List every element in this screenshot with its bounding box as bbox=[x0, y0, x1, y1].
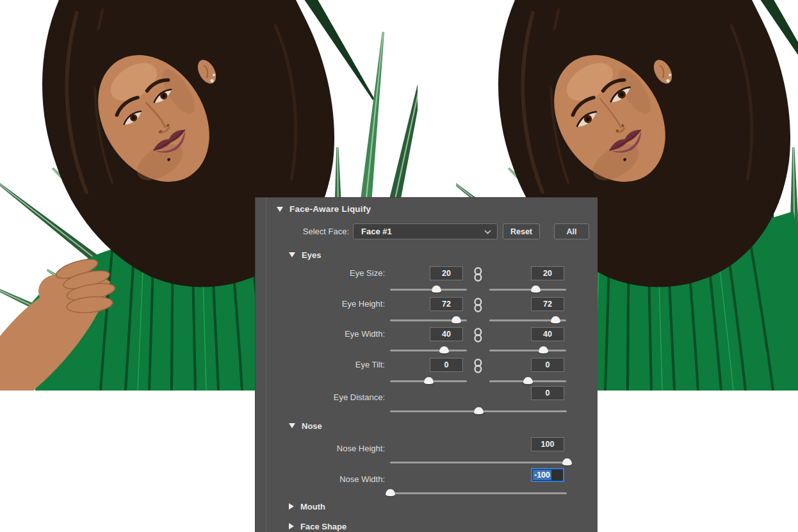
eye-height-right-input[interactable]: 72 bbox=[531, 297, 564, 311]
nose-width-row: Nose Width: -100 bbox=[256, 468, 598, 499]
face-select-dropdown[interactable]: Face #1 bbox=[353, 223, 498, 239]
link-icon[interactable] bbox=[474, 359, 482, 373]
link-icon[interactable] bbox=[474, 298, 482, 312]
eye-distance-input[interactable]: 0 bbox=[531, 386, 564, 400]
eye-height-right-slider[interactable] bbox=[489, 316, 566, 324]
nose-width-slider[interactable] bbox=[390, 489, 567, 497]
eye-height-row: Eye Height: 72 72 bbox=[256, 297, 598, 328]
slider-thumb[interactable] bbox=[539, 346, 548, 353]
eye-width-left-slider[interactable] bbox=[390, 346, 467, 354]
face-select-value: Face #1 bbox=[354, 227, 392, 236]
eye-size-row: Eye Size: 20 20 bbox=[256, 266, 598, 297]
eye-tilt-left-slider[interactable] bbox=[390, 377, 467, 385]
slider-thumb[interactable] bbox=[531, 286, 541, 293]
slider-thumb[interactable] bbox=[386, 489, 395, 496]
section-mouth-label: Mouth bbox=[300, 502, 325, 512]
nose-height-input[interactable]: 100 bbox=[531, 437, 564, 451]
select-face-row: Select Face: Face #1 Reset All bbox=[256, 223, 598, 240]
eye-distance-label: Eye Distance: bbox=[256, 392, 385, 402]
value-text: 72 bbox=[543, 300, 552, 309]
value-text: 40 bbox=[543, 330, 552, 339]
slider-track bbox=[390, 492, 567, 494]
nose-width-label: Nose Width: bbox=[256, 474, 385, 484]
slider-thumb[interactable] bbox=[452, 316, 461, 323]
slider-track bbox=[489, 289, 566, 291]
eye-width-right-slider[interactable] bbox=[489, 346, 566, 354]
chevron-down-icon bbox=[484, 230, 491, 234]
eye-size-left-input[interactable]: 20 bbox=[430, 266, 463, 280]
mouth-triangle-icon bbox=[289, 503, 294, 510]
screenshot-root: { "panel": { "title": "Face-Aware Liquif… bbox=[0, 0, 798, 532]
collapse-triangle-icon bbox=[277, 207, 283, 212]
nose-triangle-icon bbox=[289, 423, 295, 428]
select-face-label: Select Face: bbox=[256, 227, 349, 236]
eye-height-left-input[interactable]: 72 bbox=[430, 297, 463, 311]
slider-thumb[interactable] bbox=[474, 407, 484, 414]
value-text: 100 bbox=[541, 440, 555, 449]
eye-tilt-row: Eye Tilt: 0 0 bbox=[256, 358, 598, 389]
nose-height-row: Nose Height: 100 bbox=[256, 437, 598, 468]
slider-track bbox=[390, 462, 567, 463]
nose-width-input[interactable]: -100 bbox=[531, 468, 564, 482]
value-text: 72 bbox=[442, 300, 451, 309]
section-mouth[interactable]: Mouth bbox=[289, 501, 325, 512]
eye-size-label: Eye Size: bbox=[256, 268, 385, 278]
slider-thumb[interactable] bbox=[551, 316, 560, 323]
value-text: 20 bbox=[543, 269, 552, 278]
slider-thumb[interactable] bbox=[562, 458, 572, 465]
eye-size-left-slider[interactable] bbox=[390, 286, 467, 293]
slider-track bbox=[390, 350, 467, 351]
value-text: 0 bbox=[444, 360, 449, 369]
eye-tilt-right-slider[interactable] bbox=[489, 377, 566, 385]
all-button[interactable]: All bbox=[554, 223, 589, 239]
panel-header[interactable]: Face-Aware Liquify bbox=[277, 204, 371, 214]
nose-height-label: Nose Height: bbox=[256, 444, 385, 453]
value-text: 0 bbox=[546, 389, 550, 398]
slider-track bbox=[489, 350, 566, 351]
section-eyes[interactable]: Eyes bbox=[289, 249, 321, 261]
slider-thumb[interactable] bbox=[432, 286, 441, 293]
eye-width-left-input[interactable]: 40 bbox=[430, 327, 463, 341]
eye-tilt-left-input[interactable]: 0 bbox=[430, 358, 463, 372]
face-shape-triangle-icon bbox=[289, 523, 294, 529]
link-icon[interactable] bbox=[474, 267, 482, 282]
eyes-triangle-icon bbox=[289, 252, 295, 257]
section-nose[interactable]: Nose bbox=[289, 420, 322, 431]
eye-width-right-input[interactable]: 40 bbox=[531, 327, 564, 341]
slider-thumb[interactable] bbox=[424, 377, 434, 384]
slider-thumb[interactable] bbox=[523, 377, 533, 384]
eye-width-label: Eye Width: bbox=[256, 329, 385, 339]
nose-height-slider[interactable] bbox=[390, 458, 567, 466]
eye-distance-row: Eye Distance: 0 bbox=[256, 386, 598, 417]
eye-size-right-slider[interactable] bbox=[489, 286, 566, 293]
eye-distance-slider[interactable] bbox=[390, 407, 567, 415]
face-aware-liquify-panel: Face-Aware Liquify Select Face: Face #1 … bbox=[255, 197, 598, 532]
value-text: 20 bbox=[442, 269, 451, 278]
eye-tilt-label: Eye Tilt: bbox=[256, 360, 385, 369]
section-face-shape[interactable]: Face Shape bbox=[289, 520, 346, 532]
value-text: 40 bbox=[442, 330, 451, 339]
eye-tilt-right-input[interactable]: 0 bbox=[531, 358, 564, 372]
reset-button[interactable]: Reset bbox=[503, 223, 540, 239]
slider-thumb[interactable] bbox=[439, 346, 449, 353]
panel-title: Face-Aware Liquify bbox=[289, 204, 371, 214]
section-face-shape-label: Face Shape bbox=[300, 522, 346, 531]
slider-track bbox=[390, 289, 467, 291]
section-nose-label: Nose bbox=[302, 421, 322, 431]
eye-height-label: Eye Height: bbox=[256, 299, 385, 309]
eye-width-row: Eye Width: 40 40 bbox=[256, 327, 598, 358]
eye-height-left-slider[interactable] bbox=[390, 316, 467, 324]
selected-value-text: -100 bbox=[533, 470, 551, 480]
eye-size-right-input[interactable]: 20 bbox=[531, 266, 564, 280]
value-text: 0 bbox=[546, 360, 550, 369]
link-icon[interactable] bbox=[474, 328, 482, 343]
section-eyes-label: Eyes bbox=[302, 250, 321, 260]
